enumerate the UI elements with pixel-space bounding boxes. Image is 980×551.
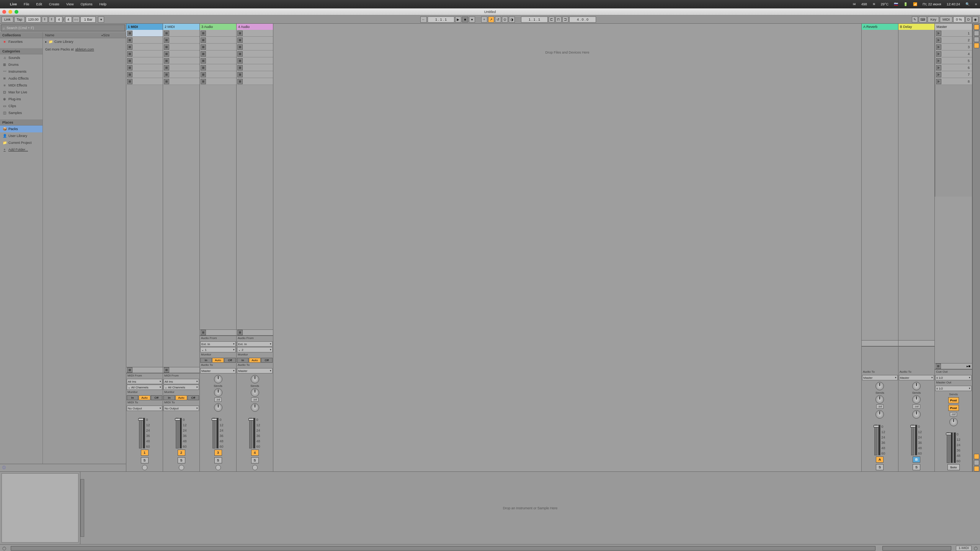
zoom-button[interactable]	[15, 10, 18, 14]
clip-stop-icon[interactable]	[164, 58, 169, 64]
place-user-library[interactable]: 👤User Library	[0, 132, 42, 139]
clip-overview[interactable]	[2, 473, 78, 543]
selected-track-label[interactable]: 1-MIDI	[956, 546, 972, 551]
category-sounds[interactable]: ♫Sounds	[0, 54, 42, 61]
clip-slot[interactable]	[200, 57, 236, 64]
clip-stop-icon[interactable]	[237, 79, 243, 84]
clip-stop-icon[interactable]	[237, 44, 243, 50]
arrangement-position[interactable]: 1 . 1 . 1	[428, 16, 454, 23]
output-type[interactable]: Master	[200, 368, 236, 373]
menu-create[interactable]: Create	[49, 2, 59, 6]
clip-slot[interactable]	[237, 71, 273, 78]
category-clips[interactable]: ▭Clips	[0, 103, 42, 109]
clip-stop-icon[interactable]	[237, 65, 243, 70]
arm-button[interactable]	[142, 465, 147, 470]
track-delay-toggle[interactable]	[974, 454, 979, 459]
drop-zone[interactable]: Drop Files and Devices Here	[273, 24, 861, 471]
clip-stop-icon[interactable]	[127, 51, 132, 57]
track-header[interactable]: 1 MIDI	[126, 24, 163, 30]
monitor-auto[interactable]: Auto	[249, 358, 260, 363]
menu-view[interactable]: View	[66, 2, 74, 6]
punch-in[interactable]: ⊏	[549, 16, 555, 23]
monitor-in[interactable]: In	[127, 395, 138, 400]
send-knob[interactable]	[912, 395, 921, 404]
volume-fader[interactable]	[176, 418, 179, 448]
stop-all-slot[interactable]	[163, 367, 199, 373]
return-header[interactable]: A Reverb	[862, 24, 898, 30]
stop-all-slot[interactable]	[237, 329, 273, 336]
input-type[interactable]: All Ins	[163, 379, 199, 384]
clip-slot[interactable]	[126, 37, 163, 44]
scene-slot[interactable]: 6	[935, 64, 972, 71]
pan-knob[interactable]	[214, 375, 222, 383]
clip-stop-icon[interactable]	[201, 72, 206, 77]
volume-fader[interactable]	[249, 418, 252, 448]
track-header[interactable]: 4 Audio	[237, 24, 273, 30]
sig-numerator[interactable]: 4	[56, 16, 62, 23]
scene-play-icon[interactable]	[936, 51, 941, 57]
send-knob[interactable]	[251, 388, 259, 397]
return-output[interactable]: Master	[862, 375, 898, 380]
monitor-auto[interactable]: Auto	[175, 395, 187, 400]
nudge-up[interactable]: ⦀	[49, 16, 55, 23]
return-activator[interactable]: A	[876, 456, 884, 463]
reenable-automation[interactable]: ↺	[495, 16, 501, 23]
scene-play-icon[interactable]	[936, 79, 941, 84]
clip-slot[interactable]	[163, 37, 199, 44]
solo-button[interactable]: S	[178, 457, 185, 463]
place-add-folder---[interactable]: +Add Folder...	[0, 146, 42, 153]
get-packs-link[interactable]: Get more Packs at ableton.com	[43, 45, 126, 52]
clip-stop-icon[interactable]	[201, 58, 206, 64]
arm-button[interactable]	[252, 465, 258, 470]
clip-slot[interactable]	[200, 30, 236, 37]
scene-play-icon[interactable]	[936, 31, 941, 36]
clip-stop-icon[interactable]	[237, 58, 243, 64]
session-record[interactable]: ◑	[509, 16, 515, 23]
menu-help[interactable]: Help	[99, 2, 106, 6]
monitor-off[interactable]: Off	[261, 358, 273, 363]
draw-mode[interactable]: ✎	[912, 16, 918, 23]
menu-icon[interactable]: ≡	[975, 2, 977, 6]
clip-stop-icon[interactable]	[201, 51, 206, 57]
clip-slot[interactable]	[237, 30, 273, 37]
menu-file[interactable]: File	[24, 2, 29, 6]
monitor-in[interactable]: In	[200, 358, 212, 363]
volume-knob[interactable]	[251, 403, 259, 412]
clip-stop-icon[interactable]	[164, 51, 169, 57]
clip-slot[interactable]	[163, 57, 199, 64]
category-samples[interactable]: ◫Samples	[0, 109, 42, 116]
volume-knob[interactable]	[912, 410, 921, 419]
clip-slot[interactable]	[163, 51, 199, 57]
clip-stop-icon[interactable]	[237, 31, 243, 36]
clip-stop-icon[interactable]	[127, 72, 132, 77]
scene-play-icon[interactable]	[936, 58, 941, 64]
clip-slot[interactable]	[237, 57, 273, 64]
scene-play-icon[interactable]	[936, 37, 941, 43]
clip-stop-icon[interactable]	[127, 44, 132, 50]
scene-play-icon[interactable]	[936, 44, 941, 50]
clip-stop-icon[interactable]	[237, 37, 243, 43]
place-packs[interactable]: 📦Packs	[0, 126, 42, 132]
favorites-item[interactable]: ■Favorites	[0, 38, 42, 45]
overload-indicator[interactable]: D	[965, 16, 972, 23]
clip-stop-icon[interactable]	[164, 72, 169, 77]
volume-fader[interactable]	[212, 418, 216, 448]
clip-slot[interactable]	[163, 71, 199, 78]
crossfade-toggle[interactable]	[974, 460, 979, 465]
clip-stop-icon[interactable]	[127, 31, 132, 36]
cue-volume[interactable]	[949, 418, 958, 426]
menu-edit[interactable]: Edit	[36, 2, 42, 6]
clip-slot[interactable]	[126, 44, 163, 51]
stop-all-slot[interactable]	[200, 329, 236, 336]
core-library-item[interactable]: ▸📁Core Library	[43, 38, 126, 45]
solo-button[interactable]: S	[876, 464, 884, 470]
solo-button[interactable]: S	[141, 457, 149, 463]
clip-stop-icon[interactable]	[237, 51, 243, 57]
nudge-down[interactable]: ⦀	[42, 16, 48, 23]
clip-stop-icon[interactable]	[127, 79, 132, 84]
category-plug-ins[interactable]: ⊕Plug-ins	[0, 96, 42, 103]
monitor-off[interactable]: Off	[151, 395, 162, 400]
track-activator[interactable]: 2	[178, 450, 185, 456]
scene-slot[interactable]: 5	[935, 57, 972, 64]
computer-keyboard[interactable]: ⌨	[919, 16, 927, 23]
